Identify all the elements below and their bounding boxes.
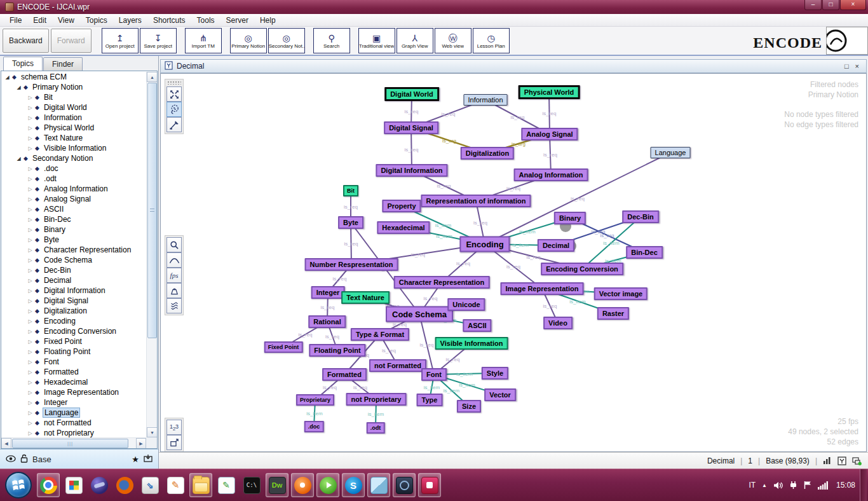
dark-app-taskbar-icon[interactable] — [393, 473, 416, 497]
tree-item-encoding-conversion[interactable]: ▷◆Encoding Conversion — [1, 326, 146, 336]
expand-arrow-icon[interactable]: ▷ — [27, 359, 34, 365]
graph-node-integer[interactable]: Integer — [311, 286, 345, 299]
panel-maximize-button[interactable]: □ — [841, 62, 852, 70]
graph-node-text-nature[interactable]: Text Nature — [341, 291, 390, 304]
graph-view-button[interactable]: ⅄Graph View — [397, 28, 433, 53]
tree-item-code-schema[interactable]: ▷◆Code Schema — [1, 255, 146, 265]
app-grid-taskbar-icon[interactable] — [62, 473, 85, 497]
expand-arrow-icon[interactable]: ▷ — [27, 207, 34, 212]
graph-node-number-respresentation[interactable]: Number Respresentation — [305, 258, 398, 271]
graph-node-font[interactable]: Font — [421, 368, 447, 381]
graph-node-representation-of-information[interactable]: Representation of information — [421, 195, 531, 207]
tree-item-dec-bin[interactable]: ▷◆Dec-Bin — [1, 265, 146, 275]
curve-icon[interactable] — [166, 252, 182, 268]
expand-arrow-icon[interactable]: ▷ — [27, 288, 34, 294]
connection-status-icon[interactable] — [852, 456, 862, 465]
fps-icon[interactable]: fps — [166, 268, 182, 283]
action-center-flag-icon[interactable] — [804, 481, 811, 490]
expand-arrow-icon[interactable]: ▷ — [27, 166, 34, 172]
menu-server[interactable]: Server — [220, 15, 254, 26]
close-button[interactable]: × — [840, 0, 866, 10]
expand-arrow-icon[interactable]: ▷ — [27, 420, 34, 426]
tree-item-analog-information[interactable]: ▷◆Analog Information — [1, 184, 146, 194]
graph-node-type-format[interactable]: Type & Format — [351, 328, 409, 341]
tree-item-decimal[interactable]: ▷◆Decimal — [1, 275, 146, 285]
graph-canvas[interactable]: is_reqis_reqis_reqis_reqis_argis_argis_r… — [160, 73, 867, 452]
start-button[interactable] — [5, 472, 32, 498]
expand-arrow-icon[interactable]: ▷ — [27, 400, 34, 406]
expand-arrow-icon[interactable]: ▷ — [27, 135, 34, 141]
eclipse-taskbar-icon[interactable] — [88, 473, 111, 497]
search-zoom-icon[interactable] — [166, 237, 182, 252]
vertical-scroll-thumb[interactable] — [147, 83, 157, 338]
graph-node-style[interactable]: Style — [482, 367, 508, 380]
spring-icon[interactable] — [166, 298, 182, 313]
expand-arrow-icon[interactable]: ▷ — [27, 319, 34, 324]
taskbar-clock[interactable]: 15:08 — [834, 481, 857, 490]
tree-item-character-representation[interactable]: ▷◆Character Representation — [1, 245, 146, 255]
explorer-folder-taskbar-icon[interactable] — [189, 473, 212, 497]
web-view-button[interactable]: ⓌWeb view — [435, 28, 471, 53]
graph-node-analog-information[interactable]: Analog Information — [514, 168, 588, 181]
tree-item-digital-information[interactable]: ▷◆Digital Information — [1, 285, 146, 296]
network-signal-icon[interactable] — [818, 481, 828, 490]
collapse-arrow-icon[interactable]: ◢ — [15, 156, 22, 161]
tree-item-font[interactable]: ▷◆Font — [1, 357, 146, 367]
graph-node-doc[interactable]: .doc — [304, 421, 324, 432]
graph-node-digital-information[interactable]: Digital Information — [376, 164, 447, 177]
tree-item-analog-signal[interactable]: ▷◆Analog Signal — [1, 194, 146, 204]
expand-arrow-icon[interactable]: ▷ — [27, 369, 34, 375]
tree-item-binary[interactable]: ▷◆Binary — [1, 224, 146, 235]
graph-node-byte[interactable]: Byte — [338, 216, 363, 229]
expand-arrow-icon[interactable]: ▷ — [27, 339, 34, 345]
base-layer-bar[interactable]: Base ★ — [0, 449, 158, 469]
tree-item-schema-ecm[interactable]: ◢◆schema ECM — [1, 72, 146, 82]
tree-item-bin-dec[interactable]: ▷◆Bin-Dec — [1, 214, 146, 224]
expand-arrow-icon[interactable]: ▷ — [27, 196, 34, 202]
tree-item-hexadecimal[interactable]: ▷◆Hexadecimal — [1, 377, 146, 387]
expand-arrow-icon[interactable]: ▷ — [27, 329, 34, 334]
graph-node-dec-bin[interactable]: Dec-Bin — [622, 210, 659, 223]
tree-item-not-proprietary[interactable]: ▷◆not Proprietary — [1, 428, 146, 437]
fit-view-icon[interactable] — [166, 435, 182, 450]
media-green-taskbar-icon[interactable] — [316, 473, 339, 497]
graph-node-vector-image[interactable]: Vector image — [594, 287, 648, 300]
chrome-taskbar-icon[interactable] — [37, 473, 60, 497]
setup-taskbar-icon[interactable] — [139, 473, 161, 497]
power-plug-icon[interactable] — [789, 481, 797, 490]
visibility-eye-icon[interactable] — [6, 455, 16, 464]
expand-arrow-icon[interactable]: ▷ — [27, 247, 34, 253]
primary-notion-button[interactable]: ◎Primary Notion — [230, 28, 267, 53]
blue-cube-taskbar-icon[interactable] — [367, 473, 390, 497]
red-app-taskbar-icon[interactable] — [418, 473, 441, 497]
menu-help[interactable]: Help — [254, 15, 281, 26]
graph-node-raster[interactable]: Raster — [597, 307, 629, 320]
graph-node-floating-point[interactable]: Floating Point — [309, 344, 365, 357]
graph-node-character-representation[interactable]: Character Representation — [394, 276, 490, 289]
backward-button[interactable]: Backward — [3, 29, 49, 53]
expand-arrow-icon[interactable]: ▷ — [27, 430, 34, 436]
tree-item-integer[interactable]: ▷◆Integer — [1, 397, 146, 408]
unlock-icon[interactable] — [20, 454, 28, 465]
import-tm-button[interactable]: ⋔Import TM — [185, 28, 222, 53]
graph-node-digital-signal[interactable]: Digital Signal — [384, 121, 438, 134]
tree-vertical-scrollbar[interactable]: ▲ ▼ — [146, 72, 157, 437]
graph-node-digital-world[interactable]: Digital World — [384, 87, 439, 101]
search-button[interactable]: ⚲Search — [313, 28, 350, 53]
expand-arrow-icon[interactable]: ▷ — [27, 186, 34, 192]
lasso-select-icon[interactable] — [166, 102, 182, 117]
maximize-button[interactable]: □ — [822, 0, 839, 10]
graph-node-image-representation[interactable]: Image Representation — [501, 282, 584, 295]
expand-arrow-icon[interactable]: ▷ — [27, 278, 34, 284]
expand-arrow-icon[interactable]: ▷ — [27, 176, 34, 182]
graph-node-information[interactable]: Information — [463, 94, 507, 106]
weight-icon[interactable] — [166, 283, 182, 298]
tree-item-not-formatted[interactable]: ▷◆not Formatted — [1, 418, 146, 428]
call-stats-icon[interactable] — [823, 456, 832, 465]
menu-topics[interactable]: Topics — [80, 15, 113, 26]
export-layer-icon[interactable] — [144, 454, 153, 464]
expand-arrow-icon[interactable]: ▷ — [27, 115, 34, 121]
expand-arrow-icon[interactable]: ▷ — [27, 227, 34, 233]
graph-node-not-formatted[interactable]: not Formatted — [369, 359, 426, 372]
dreamweaver-taskbar-icon[interactable] — [266, 473, 288, 497]
